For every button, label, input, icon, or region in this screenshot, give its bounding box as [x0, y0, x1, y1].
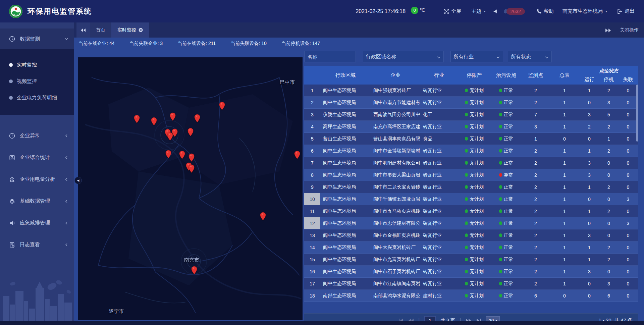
cell-lost: 0	[618, 109, 638, 120]
help-button[interactable]: 帮助	[536, 8, 554, 14]
cell-monitor-points: 2	[522, 145, 550, 157]
tabs-scroll-left-button[interactable]	[76, 22, 90, 38]
region-filter-select[interactable]: 行政区域名称	[363, 51, 444, 62]
fullscreen-button[interactable]: 全屏	[444, 8, 461, 14]
close-operations-button[interactable]: 关闭操作	[620, 27, 639, 33]
cell-row-number: 14	[304, 241, 320, 253]
cell-running: 3	[579, 266, 599, 277]
name-filter-input-field[interactable]	[307, 54, 353, 60]
sidebar-item-enterprise-abnormal[interactable]: 企业异常	[0, 125, 74, 147]
tabs-scroll-right-button[interactable]	[605, 28, 611, 32]
map-pin-icon[interactable]	[179, 151, 185, 159]
tab-label: 首页	[96, 27, 105, 33]
tab-realtime-monitoring[interactable]: 实时监控	[111, 22, 149, 38]
table-row[interactable]: 16阆中生态环境局阆中市石子页岩机砖厂砖瓦行业无计划正常21300	[304, 266, 638, 278]
chevron-left-icon	[64, 156, 68, 160]
table-scrollbar[interactable]	[636, 85, 638, 142]
cell-running: 0	[579, 217, 599, 229]
sidebar-item-data-monitoring[interactable]: 数据监测	[0, 29, 74, 49]
table-row[interactable]: 3仪陇生态环境局西南油气田分公司川中化工无计划正常71350	[304, 109, 638, 121]
table-row[interactable]: 7阆中生态环境局阆中明阳建材有限公司砖瓦行业无计划正常21300	[304, 157, 638, 169]
sidebar-item-emergency-reduction[interactable]: 应急减排管理	[0, 212, 74, 234]
col-subheader-1: 停机	[599, 74, 618, 85]
table-row[interactable]: 6阆中生态环境局阆中市金博瑞新型墙材砖瓦行业无计划正常21120	[304, 145, 638, 157]
cell-company: 阆中市枣碧大梁山页岩	[371, 169, 420, 181]
cell-pollution-facility: 正常	[491, 121, 522, 132]
status-dot-icon	[465, 89, 468, 92]
map-pin-icon[interactable]	[189, 154, 195, 162]
map-pin-icon[interactable]	[294, 151, 300, 159]
map-panel[interactable]: 巴中市南充市遂宁市 ◀	[78, 57, 303, 320]
notification-count-badge: 2632	[506, 8, 525, 15]
table-row[interactable]: 12阆中生态环境局阆中市忠信建材有限公砖瓦行业无计划正常21003	[304, 217, 638, 229]
sidebar-item-label: 日志查看	[20, 241, 40, 248]
cell-region: 阆中生态环境局	[320, 157, 371, 169]
table-row[interactable]: 1阆中生态环境局阆中强锐页岩砖厂砖瓦行业无计划正常21120	[304, 85, 638, 97]
chevron-left-icon	[64, 221, 68, 225]
map-pin-icon[interactable]	[170, 112, 176, 121]
map-pin-icon[interactable]	[219, 102, 225, 110]
industry-filter-select[interactable]: 所有行业	[450, 51, 503, 62]
map-pin-icon[interactable]	[172, 128, 178, 137]
table-row[interactable]: 11阆中生态环境局阆中市五马桥页岩机砖砖瓦行业无计划正常21120	[304, 205, 638, 217]
cell-company: 阆中强锐页岩砖厂	[371, 85, 420, 96]
cell-running: 3	[579, 157, 599, 169]
sidebar-item-video-monitoring[interactable]: 视频监控	[0, 73, 74, 90]
table-row[interactable]: 13阆中生态环境局阆中市金福旺页岩机砖砖瓦行业无计划正常21300	[304, 229, 638, 241]
status-dot-icon	[499, 209, 502, 213]
cell-total-meters: 1	[550, 109, 579, 120]
sidebar-item-log-view[interactable]: 日志查看	[0, 234, 74, 256]
sidebar-item-enterprise-statistics[interactable]: 企业综合统计	[0, 147, 74, 168]
cell-region: 仪陇生态环境局	[320, 109, 371, 120]
sidebar-item-power-load-detail[interactable]: 企业电力负荷明细	[0, 90, 74, 106]
table-row[interactable]: 14阆中生态环境局阆中大兴页岩机砖厂砖瓦行业无计划正常21120	[304, 241, 638, 254]
map-pin-icon[interactable]	[189, 164, 195, 173]
table-row[interactable]: 18南部生态环境局南部县鸿华水泥有限公建材行业无计划正常60060	[304, 290, 638, 302]
tab-home[interactable]: 首页	[90, 22, 111, 38]
notification-button[interactable]: 2632	[503, 8, 525, 15]
map-pin-icon[interactable]	[194, 114, 200, 122]
cell-lost: 0	[618, 254, 638, 265]
table-row[interactable]: 9阆中生态环境局阆中市二龙长宝页岩砖砖瓦行业无计划正常21120	[304, 181, 638, 193]
cell-company: 阆中市江南镇阆南页岩	[371, 278, 420, 289]
name-filter-input[interactable]	[304, 51, 356, 62]
table-row[interactable]: 15阆中生态环境局阆中市光富页岩机砖厂砖瓦行业无计划正常21120	[304, 254, 638, 266]
cell-pollution-facility: 正常	[491, 229, 522, 241]
cell-running: 1	[579, 254, 599, 265]
sidebar-item-power-usage-analysis[interactable]: 企业用电量分析	[0, 168, 74, 190]
status-dot-icon	[499, 258, 502, 261]
table-row[interactable]: 5营山生态环境局营山县润丰肉食品有限食品无计划正常10010	[304, 133, 638, 145]
logout-button[interactable]: 退出	[617, 8, 635, 14]
table-header: 行政区域企业行业停限产治污设施监测点总表点位状态运行停机失联	[304, 66, 638, 85]
status-filter-select[interactable]: 所有状态	[508, 51, 552, 62]
sidebar-item-realtime-monitoring[interactable]: 实时监控	[0, 57, 74, 73]
mute-button[interactable]	[493, 9, 498, 14]
theme-dropdown[interactable]: 主题▾	[471, 8, 486, 14]
cell-company: 阆中明阳建材有限公司	[371, 157, 420, 169]
cell-row-number: 8	[304, 169, 320, 181]
status-dot-icon	[465, 246, 468, 249]
map-pin-icon[interactable]	[151, 117, 157, 125]
map-pin-icon[interactable]	[187, 128, 194, 136]
map-pin-icon[interactable]	[260, 212, 266, 220]
sidebar-item-base-data-management[interactable]: 基础数据管理	[0, 190, 74, 212]
org-dropdown[interactable]: 南充市生态环境局▾	[562, 8, 607, 14]
col-header-2: 行业	[420, 66, 458, 85]
map-pin-icon[interactable]	[134, 115, 140, 123]
fullscreen-icon	[444, 9, 449, 14]
tab-close-icon[interactable]	[139, 28, 143, 32]
status-dot-icon	[499, 113, 502, 116]
table-row[interactable]: 2阆中生态环境局阆中市南方节能建材有砖瓦行业无计划正常21030	[304, 97, 638, 109]
speaker-icon	[493, 9, 498, 14]
table-row[interactable]: 4高坪生态环境局南充市高坪区王家店建砖瓦行业无计划正常31220	[304, 121, 638, 133]
table-row[interactable]: 8阆中生态环境局阆中市枣碧大梁山页岩砖瓦行业无计划异常21300	[304, 169, 638, 181]
status-stat: 当前在线设备:211	[177, 41, 216, 47]
map-pin-icon[interactable]	[191, 266, 197, 274]
table-row[interactable]: 10阆中生态环境局阆中千佛镇五郎垭页岩砖瓦行业无计划正常21003	[304, 193, 638, 205]
map-pin-icon[interactable]	[165, 150, 171, 158]
cell-lost: 0	[618, 133, 638, 145]
table-row[interactable]: 17阆中生态环境局阆中市江南镇阆南页岩砖瓦行业无计划正常21030	[304, 278, 638, 290]
sidebar-collapse-handle[interactable]: ◀	[74, 177, 82, 184]
bullet-icon	[9, 79, 13, 83]
cell-stopped: 2	[599, 145, 618, 157]
